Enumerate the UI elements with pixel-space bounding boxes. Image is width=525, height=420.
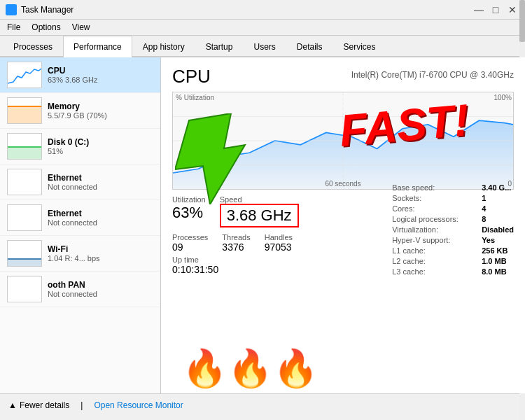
tab-details[interactable]: Details [286,36,333,57]
bluetooth-thumbnail [7,276,42,302]
ethernet1-name: Ethernet [48,173,153,183]
info-val-logical: 8 [482,215,486,223]
bluetooth-name: ooth PAN [48,280,153,290]
left-panel: CPU 63% 3.68 GHz Memory 5.5/7.9 GB (70%)… [0,57,161,393]
cpu-chart: % Utilization 100% 0 60 seconds [172,92,514,190]
info-key-l3: L3 cache: [392,267,476,276]
app-icon [6,4,17,15]
speed-value: 3.68 GHz [220,204,299,227]
info-row-basespeed: Base speed: 3.40 G... [392,183,514,192]
info-row-l1: L1 cache: 256 KB [392,246,514,255]
wifi-info: Wi-Fi 1.04 R: 4... bps [48,244,153,262]
resource-bluetooth[interactable]: ooth PAN Not connected [0,272,160,307]
right-title: CPU [172,66,211,88]
cpu-sub: 63% 3.68 GHz [48,76,153,84]
app-title: Task Manager [21,5,74,15]
info-row-cores: Cores: 4 [392,204,514,213]
menu-view[interactable]: View [69,21,93,34]
info-key-logical: Logical processors: [392,215,476,223]
uptime-value: 0:10:31:50 [172,264,218,275]
main-content: CPU 63% 3.68 GHz Memory 5.5/7.9 GB (70%)… [0,57,525,393]
bluetooth-info: ooth PAN Not connected [48,280,153,298]
resource-memory[interactable]: Memory 5.5/7.9 GB (70%) [0,93,160,129]
bottom-bar: ▲ Fewer details | Open Resource Monitor [0,393,525,416]
resource-ethernet2[interactable]: Ethernet Not connected [0,200,160,236]
ethernet2-sub: Not connected [48,218,153,227]
info-row-virtualization: Virtualization: Disabled [392,225,514,234]
info-val-sockets: 1 [482,194,486,202]
ethernet2-thumbnail [7,204,42,231]
tab-performance[interactable]: Performance [63,36,132,57]
info-val-cores: 4 [482,204,486,213]
fewer-details-button[interactable]: ▲ Fewer details [8,400,69,410]
bluetooth-sub: Not connected [48,290,153,298]
info-val-l3: 8.0 MB [482,267,506,276]
flames-overlay: 🔥🔥🔥 [182,350,318,386]
minimize-button[interactable]: — [472,3,486,17]
info-key-l1: L1 cache: [392,246,476,255]
chart-time-label: 60 seconds [325,180,360,188]
memory-name: Memory [48,102,153,111]
chart-svg [173,92,513,189]
handles-value: 97053 [265,241,293,253]
info-val-l1: 256 KB [482,246,507,255]
info-row-hyperv: Hyper-V support: Yes [392,236,514,244]
resource-ethernet1[interactable]: Ethernet Not connected [0,164,160,200]
info-row-l3: L3 cache: 8.0 MB [392,267,514,276]
processes-stat: Processes 09 [172,233,208,253]
utilization-label: Utilization [172,195,206,204]
info-val-virtualization: Disabled [482,225,514,234]
info-key-cores: Cores: [392,204,476,213]
memory-info: Memory 5.5/7.9 GB (70%) [48,102,153,120]
info-key-sockets: Sockets: [392,194,476,202]
wifi-sub: 1.04 R: 4... bps [48,254,153,262]
uptime-stat: Up time 0:10:31:50 [172,255,218,275]
tab-startup[interactable]: Startup [195,36,244,57]
disk-thumbnail [7,133,42,160]
chart-100-label: 100% [493,94,512,102]
resource-disk[interactable]: Disk 0 (C:) 51% [0,129,160,164]
ethernet1-thumbnail [7,169,42,195]
chevron-down-icon: ▲ [8,400,17,410]
cpu-name: CPU [48,66,153,76]
resource-wifi[interactable]: Wi-Fi 1.04 R: 4... bps [0,236,160,272]
ethernet1-sub: Not connected [48,183,153,191]
wifi-thumbnail [7,240,42,267]
tab-processes[interactable]: Processes [3,36,63,57]
fewer-details-label: Fewer details [20,400,69,410]
handles-stat: Handles 97053 [265,233,293,253]
info-key-hyperv: Hyper-V support: [392,236,476,244]
resource-cpu[interactable]: CPU 63% 3.68 GHz [0,57,160,93]
info-val-l2: 1.0 MB [482,257,506,265]
tab-app-history[interactable]: App history [132,36,195,57]
close-button[interactable]: ✕ [505,3,519,17]
disk-name: Disk 0 (C:) [48,137,153,147]
menu-options[interactable]: Options [29,21,63,34]
info-key-l2: L2 cache: [392,257,476,265]
cpu-info: CPU 63% 3.68 GHz [48,66,153,84]
info-row-l2: L2 cache: 1.0 MB [392,257,514,265]
window-controls: — □ ✕ [472,3,519,17]
info-row-logical: Logical processors: 8 [392,215,514,223]
maximize-button[interactable]: □ [489,3,503,17]
cpu-thumbnail [7,62,42,88]
tab-services[interactable]: Services [333,36,386,57]
open-resource-monitor-link[interactable]: Open Resource Monitor [94,400,183,410]
menu-file[interactable]: File [4,21,23,34]
info-table: Base speed: 3.40 G... Sockets: 1 Cores: … [392,183,514,278]
threads-value: 3376 [222,241,250,253]
utilization-value: 63% [172,204,206,222]
uptime-label: Up time [172,255,218,264]
speed-label: Speed [220,195,299,204]
right-subtitle: Intel(R) Core(TM) i7-6700 CPU @ 3.40GHz [351,70,514,80]
threads-label: Threads [222,233,250,241]
ethernet1-info: Ethernet Not connected [48,173,153,191]
menu-bar: File Options View [0,20,525,36]
info-row-sockets: Sockets: 1 [392,194,514,202]
utilization-stat: Utilization 63% [172,195,206,227]
tab-bar: Processes Performance App history Startu… [0,36,525,57]
right-panel: CPU Intel(R) Core(TM) i7-6700 CPU @ 3.40… [161,57,525,393]
processes-label: Processes [172,233,208,241]
tab-users[interactable]: Users [243,36,286,57]
title-bar: Task Manager — □ ✕ [0,0,525,20]
